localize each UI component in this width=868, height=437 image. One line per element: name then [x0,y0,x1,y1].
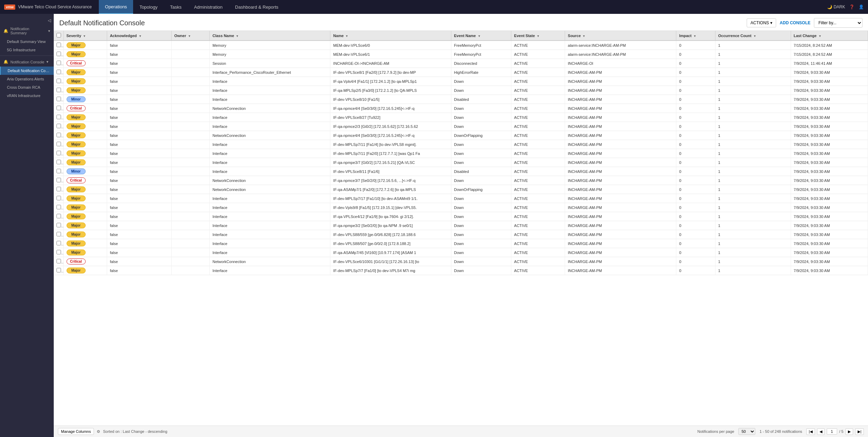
current-page-input[interactable] [827,428,837,435]
prev-page-button[interactable]: ◀ [817,428,825,435]
row-checkbox-cell[interactable] [54,221,63,230]
th-source[interactable]: Source ▾ [565,31,676,41]
row-checkbox[interactable] [57,79,61,83]
row-checkbox-cell[interactable] [54,194,63,203]
row-checkbox-cell[interactable] [54,239,63,248]
dark-mode-toggle[interactable]: 🌙 DARK [827,5,845,9]
sidebar-item-5g-infrastructure[interactable]: 5G Infrastructure [0,46,54,54]
row-checkbox-cell[interactable] [54,50,63,59]
occurrence-count-cell: 1 [715,212,791,221]
row-checkbox-cell[interactable] [54,104,63,113]
row-checkbox[interactable] [57,142,61,146]
row-checkbox-cell[interactable] [54,77,63,86]
row-checkbox[interactable] [57,133,61,137]
row-checkbox-cell[interactable] [54,68,63,77]
select-all-header[interactable] [54,31,63,41]
row-checkbox-cell[interactable] [54,86,63,95]
row-checkbox-cell[interactable] [54,41,63,50]
row-checkbox-cell[interactable] [54,203,63,212]
row-checkbox-cell[interactable] [54,248,63,257]
th-owner[interactable]: Owner ▾ [171,31,209,41]
row-checkbox[interactable] [57,214,61,218]
row-checkbox[interactable] [57,97,61,101]
row-checkbox-cell[interactable] [54,59,63,68]
occurrence-count-cell: 1 [715,194,791,203]
row-checkbox[interactable] [57,169,61,173]
sidebar-toggle[interactable]: ◁ [0,17,54,24]
row-checkbox-cell[interactable] [54,266,63,275]
row-checkbox-cell[interactable] [54,167,63,176]
user-button[interactable]: 👤 [859,5,864,9]
row-checkbox[interactable] [57,106,61,110]
row-checkbox[interactable] [57,160,61,164]
severity-badge: Critical [67,259,86,264]
acknowledged-cell: false [107,86,171,95]
row-checkbox[interactable] [57,205,61,209]
sidebar-item-cross-domain-rca[interactable]: Cross Domain RCA [0,83,54,91]
sidebar-item-default-notification-console[interactable]: Default Notification Cons... [0,67,54,75]
th-event-state[interactable]: Event State ▾ [511,31,565,41]
row-checkbox-cell[interactable] [54,131,63,140]
row-checkbox-cell[interactable] [54,158,63,167]
row-checkbox-cell[interactable] [54,230,63,239]
row-checkbox-cell[interactable] [54,212,63,221]
row-checkbox[interactable] [57,88,61,92]
row-checkbox[interactable] [57,223,61,227]
next-page-button[interactable]: ▶ [845,428,853,435]
row-checkbox-cell[interactable] [54,149,63,158]
select-all-checkbox[interactable] [57,33,61,37]
row-checkbox[interactable] [57,61,61,65]
settings-icon[interactable]: ⚙ [97,429,100,434]
nav-tab-operations[interactable]: Operations [99,0,133,14]
row-checkbox[interactable] [57,259,61,263]
sidebar-item-aria-operations-alerts[interactable]: Aria Operations Alerts [0,75,54,83]
row-checkbox-cell[interactable] [54,257,63,266]
th-acknowledged[interactable]: Acknowledged ▾ [107,31,171,41]
severity-badge: Major [67,250,86,255]
sidebar-group-header-notification-console[interactable]: 🔔 Notification Console ▾ [0,57,54,67]
filter-select[interactable]: Filter by... [814,18,862,28]
row-checkbox[interactable] [57,268,61,272]
impact-cell: 0 [676,230,715,239]
row-checkbox[interactable] [57,151,61,155]
row-checkbox[interactable] [57,115,61,119]
sidebar-item-vran-infrastructure[interactable]: vRAN Infrastructure [0,91,54,100]
row-checkbox-cell[interactable] [54,113,63,122]
actions-button[interactable]: ACTIONS ▾ [747,18,776,27]
per-page-select[interactable]: 50 100 200 [738,428,755,435]
owner-cell [171,50,209,59]
row-checkbox-cell[interactable] [54,122,63,131]
row-checkbox-cell[interactable] [54,185,63,194]
nav-tab-administration[interactable]: Administration [188,0,229,14]
first-page-button[interactable]: |◀ [806,428,815,435]
nav-tab-dashboard[interactable]: Dashboard & Reports [229,0,285,14]
manage-columns-button[interactable]: Manage Columns [58,428,94,435]
sidebar-group-header-notification-summary[interactable]: 🔔 Notification Summary ▾ [0,24,54,37]
row-checkbox[interactable] [57,196,61,200]
add-console-button[interactable]: ADD CONSOLE [780,20,810,25]
row-checkbox[interactable] [57,241,61,245]
th-class-name[interactable]: Class Name ▾ [209,31,330,41]
row-checkbox-cell[interactable] [54,95,63,104]
th-event-name[interactable]: Event Name ▾ [451,31,511,41]
row-checkbox[interactable] [57,124,61,128]
row-checkbox[interactable] [57,187,61,191]
th-severity[interactable]: Severity ▾ [63,31,107,41]
row-checkbox[interactable] [57,250,61,254]
row-checkbox-cell[interactable] [54,140,63,149]
row-checkbox[interactable] [57,232,61,236]
row-checkbox[interactable] [57,43,61,47]
th-occurrence-count[interactable]: Occurrence Count ▾ [715,31,791,41]
row-checkbox[interactable] [57,70,61,74]
th-name[interactable]: Name ▾ [330,31,451,41]
help-button[interactable]: ❓ [849,5,854,9]
nav-tab-tasks[interactable]: Tasks [164,0,188,14]
row-checkbox[interactable] [57,52,61,56]
th-impact[interactable]: Impact ▾ [676,31,715,41]
th-last-change[interactable]: Last Change ▾ [791,31,868,41]
row-checkbox-cell[interactable] [54,176,63,185]
sidebar-item-default-summary-view[interactable]: Default Summary View [0,37,54,46]
row-checkbox[interactable] [57,178,61,182]
nav-tab-topology[interactable]: Topology [133,0,164,14]
last-page-button[interactable]: ▶| [855,428,864,435]
